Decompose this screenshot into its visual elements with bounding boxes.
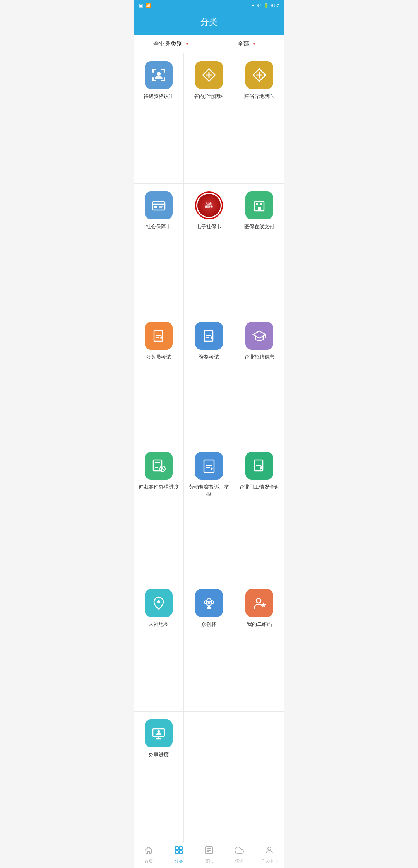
icon-doc-clock bbox=[145, 452, 173, 480]
status-left: ▣ 📶 bbox=[139, 3, 151, 8]
filter-category-label: 全业务类别 bbox=[153, 40, 182, 48]
svg-rect-60 bbox=[175, 851, 178, 854]
icon-map-pin bbox=[145, 589, 173, 617]
grid-item-10[interactable]: 劳动监察投诉、举报 bbox=[184, 444, 234, 581]
svg-rect-13 bbox=[152, 202, 165, 210]
svg-point-57 bbox=[157, 730, 160, 733]
nav-home-label: 首页 bbox=[144, 858, 153, 864]
nav-category-label: 分类 bbox=[175, 858, 183, 864]
grid-item-8[interactable]: 企业招聘信息 bbox=[234, 314, 284, 444]
nav-news-label: 资讯 bbox=[205, 858, 213, 864]
icon-plus-diamond-2 bbox=[245, 61, 273, 89]
person-icon bbox=[265, 846, 274, 857]
nav-profile[interactable]: 个人中心 bbox=[254, 846, 284, 864]
icon-card bbox=[145, 191, 173, 219]
nav-profile-label: 个人中心 bbox=[261, 858, 278, 864]
icon-checklist bbox=[195, 452, 223, 480]
svg-point-50 bbox=[157, 600, 160, 603]
filter-scope[interactable]: 全部 ▼ bbox=[209, 35, 285, 53]
svg-rect-3 bbox=[164, 69, 165, 73]
grid-item-0[interactable]: 待遇资格认证 bbox=[134, 53, 184, 184]
icon-building bbox=[245, 191, 273, 219]
svg-marker-51 bbox=[206, 600, 211, 605]
bluetooth-icon: ✦ bbox=[251, 3, 255, 8]
grid-item-label-9: 仲裁案件办理进度 bbox=[139, 484, 179, 490]
svg-point-66 bbox=[268, 847, 271, 850]
svg-rect-59 bbox=[179, 847, 182, 850]
icon-social-security: 社会保障卡 bbox=[195, 191, 223, 219]
icon-doc-pen-7 bbox=[195, 322, 223, 350]
cloud-icon bbox=[235, 846, 244, 857]
page-header: 分类 bbox=[134, 11, 284, 35]
icon-graduation bbox=[245, 322, 273, 350]
svg-line-41 bbox=[163, 469, 164, 470]
grid-item-label-2: 跨省异地就医 bbox=[244, 93, 274, 100]
filter-category[interactable]: 全业务类别 ▼ bbox=[134, 35, 209, 53]
svg-rect-21 bbox=[258, 207, 261, 211]
grid-empty-2 bbox=[234, 712, 284, 842]
svg-rect-58 bbox=[175, 847, 178, 850]
grid-item-12[interactable]: 人社地图 bbox=[134, 581, 184, 712]
grid-item-1[interactable]: 省内异地就医 bbox=[184, 53, 234, 184]
filter-scope-arrow: ▼ bbox=[252, 42, 256, 46]
grid-item-label-13: 众创杯 bbox=[201, 621, 216, 628]
grid-item-label-1: 省内异地就医 bbox=[194, 93, 224, 100]
grid-item-9[interactable]: 仲裁案件办理进度 bbox=[134, 444, 184, 581]
filter-scope-label: 全部 bbox=[238, 40, 249, 48]
icon-person-scan bbox=[145, 61, 173, 89]
grid-item-5[interactable]: 医保在线支付 bbox=[234, 184, 284, 314]
svg-rect-1 bbox=[152, 69, 154, 73]
grid-item-6[interactable]: 公务员考试 bbox=[134, 314, 184, 444]
icon-star-trophy bbox=[195, 589, 223, 617]
nav-home[interactable]: 首页 bbox=[134, 846, 164, 864]
grid-item-label-3: 社会保障卡 bbox=[146, 223, 171, 230]
wifi-icon: 📶 bbox=[145, 3, 151, 8]
grid-item-15[interactable]: 办事进度 bbox=[134, 712, 184, 842]
grid-icon bbox=[174, 846, 183, 857]
battery-icon: 🔋 bbox=[264, 3, 269, 8]
icon-person-star bbox=[245, 589, 273, 617]
news-icon bbox=[204, 846, 214, 857]
grid-item-7[interactable]: 资格考试 bbox=[184, 314, 234, 444]
grid-item-label-7: 资格考试 bbox=[199, 354, 219, 361]
icon-doc-edit bbox=[245, 452, 273, 480]
filter-category-arrow: ▼ bbox=[185, 42, 189, 46]
nav-news[interactable]: 资讯 bbox=[194, 846, 224, 864]
svg-rect-20 bbox=[260, 203, 262, 205]
svg-rect-42 bbox=[204, 460, 214, 472]
page-title: 分类 bbox=[200, 17, 218, 27]
grid-item-label-4: 电子社保卡 bbox=[196, 223, 221, 230]
svg-rect-15 bbox=[154, 206, 157, 208]
service-grid: 待遇资格认证 省内异地就医 跨省异地就医 社会保障卡 社会保障卡 电子社保卡 bbox=[134, 53, 284, 842]
grid-item-label-11: 企业用工情况查询 bbox=[239, 484, 279, 490]
grid-item-label-0: 待遇资格认证 bbox=[144, 93, 174, 100]
grid-item-label-6: 公务员考试 bbox=[146, 354, 171, 361]
nav-category[interactable]: 分类 bbox=[164, 846, 194, 864]
grid-item-label-10: 劳动监察投诉、举报 bbox=[187, 484, 231, 497]
svg-rect-7 bbox=[164, 77, 165, 81]
grid-empty-1 bbox=[184, 712, 234, 842]
grid-item-14[interactable]: 我的二维码 bbox=[234, 581, 284, 712]
icon-monitor-person bbox=[145, 719, 173, 747]
filter-bar: 全业务类别 ▼ 全部 ▼ bbox=[134, 35, 284, 53]
grid-item-3[interactable]: 社会保障卡 bbox=[134, 184, 184, 314]
svg-point-8 bbox=[157, 72, 161, 76]
grid-item-label-8: 企业招聘信息 bbox=[244, 354, 274, 361]
svg-point-52 bbox=[256, 598, 261, 603]
svg-rect-61 bbox=[179, 851, 182, 854]
nav-training-label: 培训 bbox=[235, 858, 243, 864]
svg-rect-5 bbox=[152, 77, 154, 81]
time: 9:52 bbox=[271, 3, 279, 8]
grid-item-label-12: 人社地图 bbox=[149, 621, 169, 628]
icon-doc-pen-6 bbox=[145, 322, 173, 350]
grid-item-2[interactable]: 跨省异地就医 bbox=[234, 53, 284, 184]
status-bar: ▣ 📶 ✦ 97 🔋 9:52 bbox=[134, 0, 284, 11]
grid-item-13[interactable]: 众创杯 bbox=[184, 581, 234, 712]
nav-training[interactable]: 培训 bbox=[224, 846, 254, 864]
status-right: ✦ 97 🔋 9:52 bbox=[251, 3, 279, 8]
grid-item-label-15: 办事进度 bbox=[149, 751, 169, 758]
home-icon bbox=[144, 846, 153, 857]
grid-item-11[interactable]: 企业用工情况查询 bbox=[234, 444, 284, 581]
icon-plus-diamond-1 bbox=[195, 61, 223, 89]
grid-item-4[interactable]: 社会保障卡 电子社保卡 bbox=[184, 184, 234, 314]
